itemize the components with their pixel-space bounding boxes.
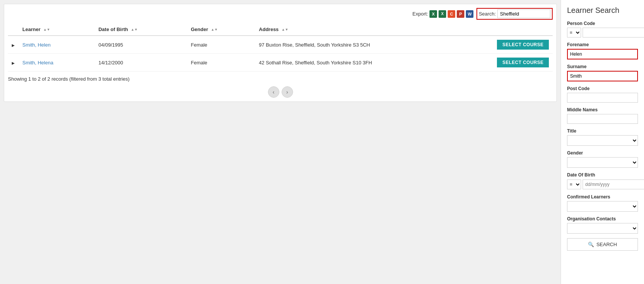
next-page-button[interactable]: › [282, 86, 293, 98]
learner-dob-2: 14/12/2000 [95, 54, 187, 72]
export-csv-icon[interactable]: C [448, 10, 455, 18]
postcode-label: Post Code [567, 86, 638, 91]
surname-group: Surname [567, 64, 638, 81]
person-code-label: Person Code [567, 21, 638, 26]
col-action [493, 23, 553, 36]
forename-group: Forename [567, 42, 638, 59]
confirmed-learners-group: Confirmed Learners Yes No [567, 194, 638, 212]
person-code-input[interactable] [583, 28, 644, 37]
showing-text: Showing 1 to 2 of 2 records (filtered fr… [8, 76, 553, 82]
col-learner: Learner ▲▼ [19, 23, 95, 36]
search-input[interactable] [497, 9, 550, 18]
pagination: ‹ › [8, 86, 553, 98]
row-expand-1[interactable]: ▶ [8, 36, 19, 54]
sidebar-title: Learner Search [567, 6, 638, 15]
gender-sort-icon[interactable]: ▲▼ [211, 28, 218, 31]
gender-group: Gender Male Female [567, 150, 638, 168]
search-button[interactable]: 🔍 SEARCH [567, 238, 638, 251]
learner-name-2: Smith, Helena [19, 54, 95, 72]
title-label: Title [567, 128, 638, 134]
surname-label: Surname [567, 64, 638, 69]
select-course-button-2[interactable]: SELECT COURSE [497, 58, 549, 67]
postcode-input[interactable] [567, 93, 638, 103]
dob-label: Date Of Birth [567, 172, 638, 178]
middle-names-input[interactable] [567, 114, 638, 124]
table-row: ▶ Smith, Helena 14/12/2000 Female 42 Sot… [8, 54, 553, 72]
title-select[interactable]: Mr Mrs Ms Dr [567, 135, 638, 146]
surname-input[interactable] [567, 71, 638, 81]
export-pdf-icon[interactable]: P [457, 10, 464, 18]
person-code-group: Person Code = != < > [567, 21, 638, 37]
col-address: Address ▲▼ [255, 23, 493, 36]
org-contacts-select[interactable]: Yes No [567, 223, 638, 234]
learner-gender-1: Female [187, 36, 255, 54]
export-xls-icon[interactable]: X [429, 10, 437, 18]
learner-table: Learner ▲▼ Date of Birth ▲▼ Gender ▲▼ Ad… [8, 23, 553, 72]
gender-label: Gender [567, 150, 638, 156]
learner-sort-icon[interactable]: ▲▼ [43, 28, 50, 31]
learner-link-1[interactable]: Smith, Helen [22, 42, 50, 48]
prev-page-button[interactable]: ‹ [268, 86, 279, 98]
col-dob: Date of Birth ▲▼ [95, 23, 187, 36]
dob-input[interactable] [583, 179, 644, 189]
learner-action-2: SELECT COURSE [493, 54, 553, 72]
col-expand [8, 23, 19, 36]
export-label: Export: [412, 11, 428, 17]
confirmed-learners-select[interactable]: Yes No [567, 201, 638, 212]
learner-address-1: 97 Buxton Rise, Sheffield, South Yorkshi… [255, 36, 493, 54]
postcode-group: Post Code [567, 86, 638, 103]
forename-label: Forename [567, 42, 638, 47]
learner-link-2[interactable]: Smith, Helena [22, 60, 53, 66]
row-expand-2[interactable]: ▶ [8, 54, 19, 72]
learner-action-1: SELECT COURSE [493, 36, 553, 54]
learner-address-2: 42 Sothall Rise, Sheffield, South Yorksh… [255, 54, 493, 72]
col-gender: Gender ▲▼ [187, 23, 255, 36]
dob-group: Date Of Birth = != < > 📅 [567, 172, 638, 190]
org-contacts-label: Organisation Contacts [567, 216, 638, 222]
title-group: Title Mr Mrs Ms Dr [567, 128, 638, 146]
confirmed-learners-label: Confirmed Learners [567, 194, 638, 200]
person-code-operator[interactable]: = != < > [567, 28, 581, 37]
search-btn-label: SEARCH [596, 242, 617, 247]
dob-operator[interactable]: = != < > [567, 179, 581, 189]
learner-search-sidebar: Learner Search Person Code = != < > Fore… [561, 0, 644, 284]
search-icon: 🔍 [588, 242, 594, 247]
select-course-button-1[interactable]: SELECT COURSE [497, 40, 549, 50]
org-contacts-group: Organisation Contacts Yes No [567, 216, 638, 234]
middle-names-group: Middle Names [567, 107, 638, 124]
export-word-icon[interactable]: W [466, 10, 473, 18]
table-row: ▶ Smith, Helen 04/09/1995 Female 97 Buxt… [8, 36, 553, 54]
search-label: Search: [479, 11, 496, 17]
learner-name-1: Smith, Helen [19, 36, 95, 54]
forename-input[interactable] [567, 49, 638, 59]
export-xlsx-icon[interactable]: X [439, 10, 446, 18]
middle-names-label: Middle Names [567, 107, 638, 112]
learner-dob-1: 04/09/1995 [95, 36, 187, 54]
address-sort-icon[interactable]: ▲▼ [282, 28, 288, 31]
gender-select[interactable]: Male Female [567, 157, 638, 168]
learner-gender-2: Female [187, 54, 255, 72]
dob-sort-icon[interactable]: ▲▼ [131, 28, 138, 31]
